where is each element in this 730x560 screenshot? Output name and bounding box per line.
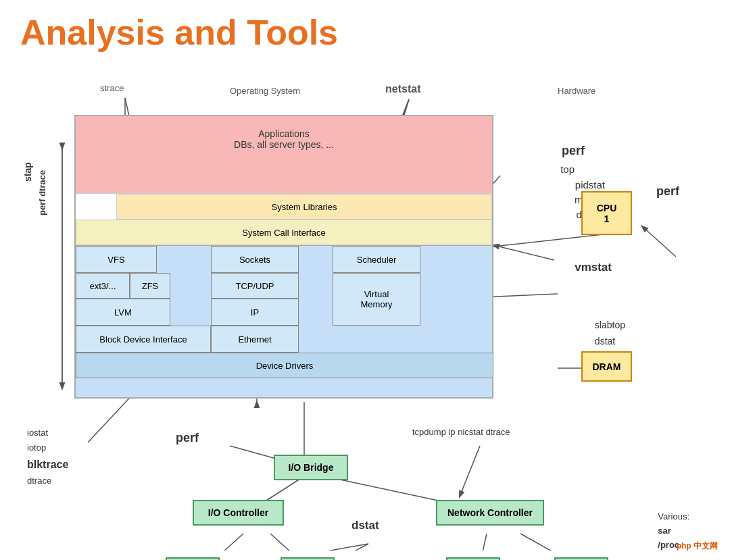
os-label: Operating System: [230, 86, 300, 96]
svg-line-20: [318, 544, 368, 551]
svg-line-19: [270, 534, 304, 551]
vmstat-label: vmstat: [575, 259, 612, 276]
svg-line-22: [480, 534, 487, 551]
io-controller-box: I/O Controller: [193, 500, 284, 526]
tcp-udp-cell: TCP/UDP: [211, 273, 299, 299]
stap-label: stap: [22, 132, 33, 213]
svg-line-6: [493, 245, 554, 260]
svg-line-18: [210, 534, 243, 551]
svg-line-15: [460, 446, 480, 497]
system-libraries-layer: System Libraries: [116, 194, 492, 220]
kernel-layer: VFS ext3/... ZFS Sockets Scheduler: [76, 245, 492, 397]
perf-dtrace-label: perf dtrace: [37, 132, 47, 253]
device-drivers-cell: Device Drivers: [76, 353, 493, 378]
ext3-cell: ext3/...: [76, 273, 130, 299]
disk2-box: Disk: [281, 557, 335, 560]
iostat-group: iostat iotop blktrace dtrace: [27, 426, 68, 488]
vfs-cell: VFS: [76, 246, 157, 273]
top-label: top: [560, 162, 575, 178]
tcpdump-label: tcpdump ip nicstat dtrace: [412, 426, 510, 439]
perf-bottom-label: perf: [176, 429, 199, 447]
virtual-memory-cell: Virtual Memory: [333, 273, 420, 326]
dstat-bottom-label: dstat: [351, 517, 379, 534]
applications-layer: Applications DBs, all server types, ...: [76, 116, 492, 194]
applications-text: Applications DBs, all server types, ...: [76, 116, 492, 150]
svg-line-13: [88, 392, 135, 442]
port1-box: Port: [446, 557, 500, 560]
port2-box: Port: [554, 557, 608, 560]
strace-label: strace: [100, 83, 124, 93]
system-call-interface-layer: System Call Interface: [76, 220, 492, 245]
svg-line-21: [216, 544, 368, 551]
sockets-cell: Sockets: [211, 246, 299, 273]
svg-line-8: [642, 226, 676, 257]
block-device-cell: Block Device Interface: [76, 326, 211, 353]
page-title: Analysis and Tools: [0, 0, 730, 59]
disk1-box: Disk: [166, 557, 220, 560]
scheduler-cell: Scheduler: [333, 246, 420, 273]
watermark: php 中文网: [677, 540, 718, 552]
page: Analysis and Tools: [0, 0, 730, 560]
perf-top-label: perf: [562, 142, 585, 160]
svg-line-9: [493, 233, 615, 247]
perf-right-label: perf: [656, 182, 679, 201]
ethernet-cell: Ethernet: [211, 326, 299, 353]
os-box: Applications DBs, all server types, ... …: [74, 115, 493, 399]
network-controller-box: Network Controller: [436, 500, 544, 526]
dram-box: DRAM: [581, 351, 632, 382]
svg-line-23: [520, 534, 575, 551]
cpu-box: CPU 1: [581, 191, 632, 235]
io-bridge-box: I/O Bridge: [274, 455, 348, 480]
ip-cell: IP: [211, 299, 299, 326]
netstat-label: netstat: [385, 83, 420, 95]
zfs-cell: ZFS: [130, 273, 170, 299]
diagram: strace Operating System netstat Hardware…: [20, 78, 710, 551]
lvm-cell: LVM: [76, 299, 170, 326]
hardware-label: Hardware: [558, 86, 595, 96]
